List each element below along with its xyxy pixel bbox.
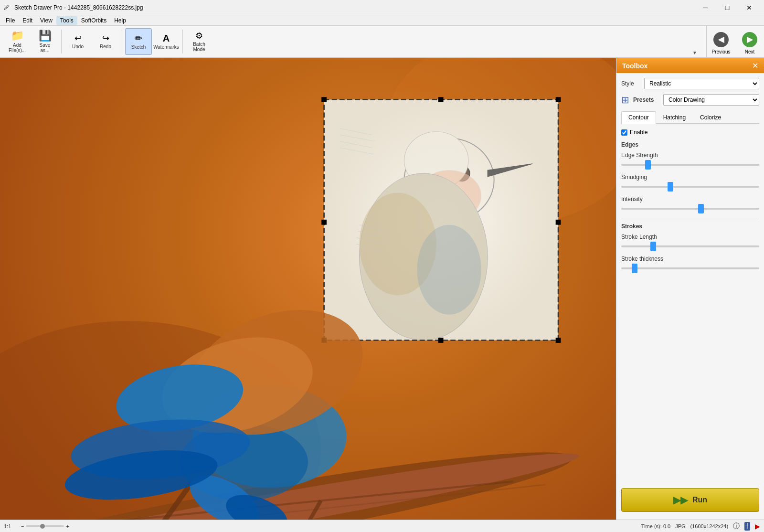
save-as-label: Saveas... [40, 43, 51, 53]
edge-strength-slider[interactable] [621, 164, 759, 166]
run-label: Run [692, 496, 707, 504]
svg-rect-39 [556, 338, 561, 343]
add-file-button[interactable]: 📁 AddFile(s)... [4, 28, 31, 55]
sketch-label: Sketch [131, 44, 146, 50]
info-icon[interactable]: ⓘ [733, 522, 740, 531]
toolbox-spacer [616, 282, 764, 480]
redo-button[interactable]: ↪ Redo [92, 28, 119, 55]
enable-label: Enable [630, 129, 647, 136]
batch-mode-button[interactable]: ⚙ BatchMode [186, 28, 212, 55]
edge-strength-label: Edge Strength [621, 152, 759, 159]
sketch-icon: ✏ [135, 33, 143, 43]
toolbar-more-indicator: ▼ [692, 50, 697, 55]
svg-rect-36 [556, 220, 561, 225]
undo-label: Undo [72, 44, 84, 49]
stroke-thickness-slider[interactable] [621, 267, 759, 269]
menu-softorbits[interactable]: SoftOrbits [77, 16, 110, 25]
batch-mode-icon: ⚙ [195, 32, 203, 40]
tab-contour[interactable]: Contour [621, 111, 656, 124]
toolbar: 📁 AddFile(s)... 💾 Saveas... ↩ Undo ↪ Red… [0, 26, 764, 58]
watermarks-button[interactable]: A Watermarks [153, 28, 180, 55]
intensity-group: Intensity [621, 196, 759, 211]
next-button[interactable]: ▶ Next [735, 30, 764, 56]
svg-rect-32 [321, 97, 327, 102]
presets-label: Presets [633, 96, 659, 103]
tabs: Contour Hatching Colorize [621, 111, 759, 124]
close-button[interactable]: ✕ [738, 0, 760, 15]
youtube-icon[interactable]: ▶ [755, 522, 760, 530]
toolbox-close-button[interactable]: ✕ [752, 61, 758, 70]
sketch-button[interactable]: ✏ Sketch [125, 28, 152, 55]
add-file-label: AddFile(s)... [9, 43, 26, 53]
menu-bar: File Edit View Tools SoftOrbits Help [0, 15, 764, 26]
strokes-section: Strokes Stroke Length Stroke thickness [621, 223, 759, 271]
redo-icon: ↪ [102, 34, 109, 43]
edge-strength-group: Edge Strength [621, 152, 759, 167]
nav-area: ◀ Previous ▶ Next [706, 26, 764, 58]
style-select[interactable]: Realistic Simple Artistic [644, 78, 759, 89]
title-bar: 🖊 Sketch Drawer Pro - 1442285_8066162822… [0, 0, 764, 15]
time-label: Time (s): 0.0 [641, 523, 670, 529]
style-row: Style Realistic Simple Artistic [621, 78, 759, 89]
smudging-slider[interactable] [621, 186, 759, 188]
save-as-icon: 💾 [39, 31, 52, 41]
run-button[interactable]: ▶▶ Run [621, 488, 759, 512]
toolbox-panel: Toolbox ✕ Style Realistic Simple Artisti… [616, 58, 764, 520]
zoom-ratio: 1:1 [4, 523, 15, 529]
format-label: JPG [675, 523, 685, 529]
zoom-thumb [40, 524, 45, 529]
undo-icon: ↩ [74, 34, 82, 43]
run-area: ▶▶ Run [616, 480, 764, 520]
zoom-track[interactable] [26, 525, 64, 527]
maximize-button[interactable]: □ [716, 0, 738, 15]
minimize-button[interactable]: ─ [694, 0, 716, 15]
presets-select[interactable]: Color Drawing Pencil Charcoal Ink [663, 94, 759, 106]
svg-rect-38 [438, 338, 444, 343]
zoom-out-icon[interactable]: − [21, 523, 24, 529]
menu-view[interactable]: View [36, 16, 56, 25]
zoom-in-icon[interactable]: + [66, 523, 69, 529]
previous-icon: ◀ [713, 32, 729, 47]
run-icon: ▶▶ [673, 494, 688, 506]
status-bar: 1:1 − + Time (s): 0.0 JPG (1600x1242x24)… [0, 520, 764, 532]
dimensions-label: (1600x1242x24) [690, 523, 729, 529]
enable-row: Enable [621, 129, 759, 136]
watermarks-icon: A [163, 33, 170, 43]
toolbox-body: Style Realistic Simple Artistic ⊞ Preset… [616, 73, 764, 282]
stroke-length-slider[interactable] [621, 245, 759, 247]
bird-scene-svg [0, 58, 616, 520]
stroke-thickness-group: Stroke thickness [621, 255, 759, 271]
zoom-controls[interactable]: − + [21, 523, 69, 529]
watermarks-label: Watermarks [153, 44, 179, 50]
menu-help[interactable]: Help [110, 16, 130, 25]
undo-button[interactable]: ↩ Undo [64, 28, 91, 55]
app-icon: 🖊 [4, 4, 11, 11]
batch-mode-label: BatchMode [193, 42, 205, 52]
menu-edit[interactable]: Edit [19, 16, 36, 25]
intensity-label: Intensity [621, 196, 759, 202]
previous-button[interactable]: ◀ Previous [707, 30, 735, 56]
menu-file[interactable]: File [2, 16, 19, 25]
toolbar-separator-2 [122, 30, 122, 53]
window-controls: ─ □ ✕ [694, 0, 760, 15]
presets-icon: ⊞ [621, 94, 629, 106]
window-title: Sketch Drawer Pro - 1442285_80661628222s… [14, 4, 694, 11]
style-label: Style [621, 80, 640, 87]
next-icon: ▶ [742, 32, 757, 47]
intensity-slider[interactable] [621, 208, 759, 210]
bird-scene [0, 58, 616, 520]
svg-rect-33 [438, 97, 444, 102]
toolbox-title: Toolbox [622, 62, 647, 70]
section-divider [621, 218, 759, 218]
enable-checkbox[interactable] [621, 129, 627, 136]
menu-tools[interactable]: Tools [56, 16, 77, 25]
svg-rect-35 [321, 220, 327, 225]
tab-hatching[interactable]: Hatching [656, 111, 693, 123]
tab-colorize[interactable]: Colorize [693, 111, 728, 123]
smudging-group: Smudging [621, 174, 759, 189]
stroke-thickness-label: Stroke thickness [621, 255, 759, 262]
save-as-button[interactable]: 💾 Saveas... [32, 28, 58, 55]
toolbar-separator-1 [61, 30, 62, 53]
canvas-area[interactable] [0, 58, 616, 520]
facebook-icon[interactable]: f [744, 522, 750, 531]
